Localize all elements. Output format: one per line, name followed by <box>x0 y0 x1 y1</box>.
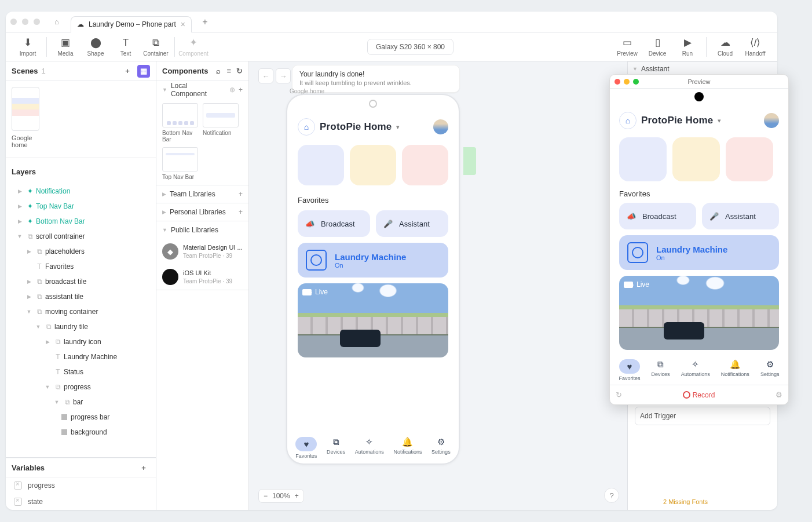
laundry-tile[interactable]: Laundry Machine On <box>298 243 448 278</box>
placeholder-tile[interactable] <box>726 137 773 181</box>
tool-text[interactable]: TText <box>111 37 141 57</box>
tool-import[interactable]: ⬇Import <box>13 37 43 57</box>
add-tab-button[interactable]: + <box>199 16 211 28</box>
add-scene-button[interactable]: + <box>121 65 134 78</box>
search-icon[interactable]: ⌕ <box>215 65 222 78</box>
nav-settings[interactable]: ⚙Settings <box>760 359 780 381</box>
canvas[interactable]: ← → Your laundry is done! It will keep t… <box>249 61 628 510</box>
variable-progress[interactable]: progress <box>6 477 156 494</box>
tool-cloud[interactable]: ☁Cloud <box>710 37 740 57</box>
avatar[interactable] <box>433 119 448 134</box>
zoom-in-button[interactable]: + <box>295 492 299 500</box>
tool-run[interactable]: ▶Run <box>672 37 703 57</box>
phone-frame[interactable]: ⌂ ProtoPie Home ▾ Favorites 📣Broadcast 🎤… <box>286 94 460 465</box>
variable-state[interactable]: state <box>6 494 156 510</box>
layer-broadcast-tile[interactable]: ▶⧉broadcast tile <box>6 274 156 289</box>
add-lib-button[interactable]: + <box>239 208 243 216</box>
home-tab-button[interactable]: ⌂ <box>50 15 64 29</box>
canvas-forward-button[interactable]: → <box>276 68 291 83</box>
layer-top-nav-bar[interactable]: ▶✦Top Nav Bar <box>6 199 156 214</box>
placeholder-tile[interactable] <box>619 137 667 181</box>
nav-devices[interactable]: ⧉Devices <box>652 359 670 381</box>
add-component-button[interactable]: + <box>239 86 243 94</box>
nav-settings[interactable]: ⚙Settings <box>431 437 451 459</box>
preview-window[interactable]: Preview ⌂ ProtoPie Home ▾ Favorites 📣Bro… <box>609 74 789 405</box>
layer-background[interactable]: background <box>6 425 156 440</box>
placeholder-tile[interactable] <box>298 145 344 185</box>
component-notification[interactable]: Notification <box>203 103 239 143</box>
tool-handoff[interactable]: ⟨/⟩Handoff <box>740 37 770 57</box>
close-icon[interactable]: × <box>181 20 185 29</box>
component-bottom-nav[interactable]: Bottom Nav Bar <box>162 103 198 143</box>
tl-section-assistant[interactable]: Assistant <box>641 65 670 73</box>
nav-automations[interactable]: ✧Automations <box>681 359 710 381</box>
public-libraries-header[interactable]: ▼Public Libraries <box>156 221 248 239</box>
nav-automations[interactable]: ✧Automations <box>355 437 384 459</box>
chevron-down-icon[interactable]: ▾ <box>396 123 400 131</box>
laundry-tile[interactable]: Laundry Machine On <box>619 235 779 270</box>
personal-libraries-header[interactable]: ▶Personal Libraries+ <box>156 203 248 221</box>
library-ios[interactable]: iOS UI KitTeam ProtoPie · 39 <box>156 264 248 290</box>
placeholder-tile[interactable] <box>350 145 396 185</box>
add-lib-button[interactable]: + <box>239 190 243 198</box>
placeholder-tile[interactable] <box>672 137 720 181</box>
tool-shape[interactable]: ⬤Shape <box>81 37 111 57</box>
refresh-icon[interactable]: ↻ <box>616 390 622 399</box>
help-button[interactable]: ? <box>604 488 619 503</box>
add-trigger-button[interactable]: Add Trigger <box>635 407 770 425</box>
layer-laundry-icon[interactable]: ▶⧉laundry icon <box>6 334 156 349</box>
traffic-light-zoom[interactable] <box>34 19 40 25</box>
layer-assistant-tile[interactable]: ▶⧉assistant tile <box>6 289 156 304</box>
missing-fonts-warning[interactable]: 2 Missing Fonts <box>663 498 708 505</box>
layer-progress-bar[interactable]: progress bar <box>6 410 156 425</box>
nav-favorites[interactable]: ♥Favorites <box>619 359 641 381</box>
scene-thumbnail[interactable]: Google home <box>12 87 39 148</box>
nav-devices[interactable]: ⧉Devices <box>327 437 345 459</box>
document-tab[interactable]: ☁ Laundry Demo – Phone part × <box>71 16 192 32</box>
layer-laundry-machine[interactable]: TLaundry Machine <box>6 349 156 364</box>
canvas-back-button[interactable]: ← <box>258 68 273 83</box>
add-variable-button[interactable]: + <box>137 461 150 474</box>
local-component-header[interactable]: ▼Local Component⊕+ <box>156 81 248 98</box>
layer-status[interactable]: TStatus <box>6 364 156 379</box>
layer-favorites[interactable]: TFavorites <box>6 259 156 274</box>
layer-laundry-tile[interactable]: ▼⧉laundry tile <box>6 319 156 334</box>
camera-live-tile[interactable]: Live <box>619 276 779 350</box>
traffic-light-minimize[interactable] <box>22 19 28 25</box>
zoom-out-button[interactable]: − <box>264 492 268 500</box>
layer-progress[interactable]: ▼⧉progress <box>6 379 156 395</box>
device-selector[interactable]: Galaxy S20 360 × 800 <box>367 39 453 55</box>
layer-notification[interactable]: ▶✦Notification <box>6 184 156 199</box>
layer-bottom-nav-bar[interactable]: ▶✦Bottom Nav Bar <box>6 214 156 229</box>
layer-scroll-container[interactable]: ▼⧉scroll contrainer <box>6 229 156 244</box>
scene-grid-toggle[interactable]: ▦ <box>137 65 150 78</box>
nav-notifications[interactable]: 🔔Notifications <box>721 359 749 381</box>
tool-container[interactable]: ⧉Container <box>141 37 171 57</box>
assistant-tile[interactable]: 🎤Assistant <box>376 210 448 237</box>
tool-device[interactable]: ▯Device <box>642 37 672 57</box>
avatar[interactable] <box>764 113 779 128</box>
assistant-tile[interactable]: 🎤Assistant <box>702 203 779 229</box>
broadcast-tile[interactable]: 📣Broadcast <box>619 203 696 229</box>
chevron-down-icon[interactable]: ▾ <box>718 117 721 125</box>
record-button[interactable]: Record <box>683 391 715 399</box>
team-libraries-header[interactable]: ▶Team Libraries+ <box>156 185 248 203</box>
pin-icon[interactable]: ⊕ <box>229 86 235 94</box>
placeholder-tile[interactable] <box>402 145 448 185</box>
preview-titlebar[interactable]: Preview <box>610 75 788 89</box>
traffic-light-close[interactable] <box>10 19 17 25</box>
nav-notifications[interactable]: 🔔Notifications <box>393 437 422 459</box>
list-icon[interactable]: ≡ <box>225 65 232 78</box>
camera-live-tile[interactable]: Live <box>298 283 448 357</box>
refresh-icon[interactable]: ↻ <box>236 65 243 78</box>
layer-bar[interactable]: ▼⧉bar <box>6 395 156 410</box>
layer-moving-container[interactable]: ▼⧉moving container <box>6 304 156 319</box>
tool-preview[interactable]: ▭Preview <box>612 37 642 57</box>
tool-media[interactable]: ▣Media <box>50 37 81 57</box>
broadcast-tile[interactable]: 📣Broadcast <box>298 210 370 237</box>
gear-icon[interactable]: ⚙ <box>776 390 782 399</box>
nav-favorites[interactable]: ♥Favorites <box>295 437 317 459</box>
library-material[interactable]: ◆ Material Design UI ...Team ProtoPie · … <box>156 239 248 264</box>
layer-placeholders[interactable]: ▶⧉placeholders <box>6 244 156 259</box>
component-top-nav[interactable]: Top Nav Bar <box>162 147 198 180</box>
